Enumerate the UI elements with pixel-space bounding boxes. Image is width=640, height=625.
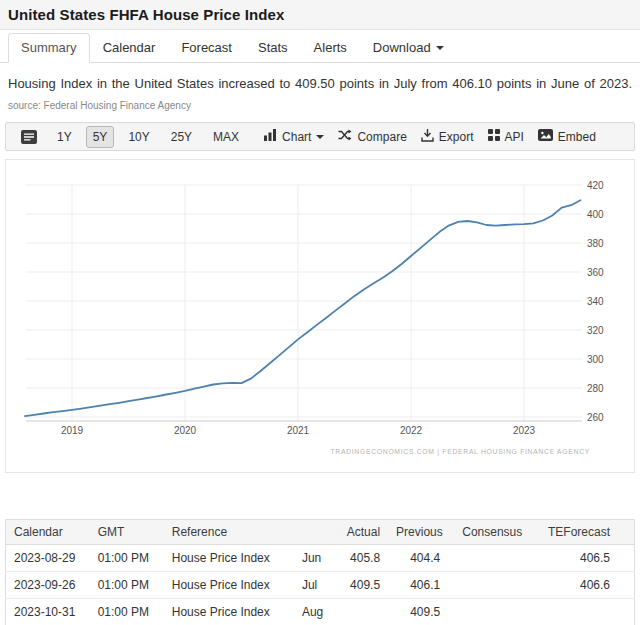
image-icon: [538, 129, 553, 144]
tab-alerts[interactable]: Alerts: [301, 33, 360, 63]
tab-summary[interactable]: Summary: [8, 33, 90, 63]
x-tick-label: 2023: [513, 425, 536, 436]
bar-chart-icon: [264, 129, 277, 144]
cell: [448, 572, 530, 599]
tab-label: Stats: [258, 40, 288, 55]
summary-paragraph: Housing Index in the United States incre…: [8, 73, 632, 115]
x-tick-label: 2019: [61, 425, 84, 436]
news-button[interactable]: [14, 126, 44, 148]
range-5y-button[interactable]: 5Y: [86, 126, 115, 148]
grid-icon: [488, 129, 500, 144]
y-tick-label: 320: [587, 325, 604, 336]
tab-forecast[interactable]: Forecast: [168, 33, 245, 63]
y-tick-label: 280: [587, 383, 604, 394]
cell: Aug: [294, 599, 336, 625]
api-button[interactable]: API: [481, 125, 531, 148]
range-10y-button[interactable]: 10Y: [121, 126, 156, 148]
cell: 01:00 PM: [90, 599, 164, 625]
y-tick-label: 360: [587, 267, 604, 278]
cell: Jul: [294, 572, 336, 599]
cell: 2023-09-26: [6, 572, 90, 599]
y-tick-label: 400: [587, 209, 604, 220]
range-selector: 1Y5Y10Y25YMAX: [50, 126, 253, 148]
cell: 01:00 PM: [90, 572, 164, 599]
cell: 409.5: [336, 572, 388, 599]
cell: [336, 599, 388, 625]
news-icon: [21, 130, 37, 144]
x-tick-label: 2020: [174, 425, 197, 436]
range-max-button[interactable]: MAX: [206, 126, 246, 148]
cell: House Price Index: [164, 599, 294, 625]
tab-label: Alerts: [314, 40, 347, 55]
embed-label: Embed: [558, 130, 596, 144]
tab-label: Calendar: [103, 40, 156, 55]
col-header-gmt[interactable]: GMT: [90, 520, 164, 545]
export-button[interactable]: Export: [414, 125, 481, 149]
y-tick-label: 380: [587, 238, 604, 249]
cell: 405.8: [336, 545, 388, 572]
cell: House Price Index: [164, 572, 294, 599]
caret-down-icon: [316, 135, 324, 139]
col-header-actual[interactable]: Actual: [336, 520, 388, 545]
col-header-teforecast[interactable]: TEForecast: [530, 520, 634, 545]
cell: 406.5: [530, 545, 634, 572]
price-chart[interactable]: 2602803003203403603804004202019202020212…: [5, 159, 635, 473]
x-tick-label: 2022: [400, 425, 423, 436]
range-25y-button[interactable]: 25Y: [164, 126, 199, 148]
tab-label: Summary: [21, 40, 77, 55]
tab-stats[interactable]: Stats: [245, 33, 301, 63]
cell: [448, 545, 530, 572]
table-row[interactable]: 2023-10-3101:00 PMHouse Price IndexAug40…: [6, 599, 635, 625]
price-line: [25, 200, 581, 416]
source-note: source: Federal Housing Finance Agency: [8, 100, 191, 111]
tab-download[interactable]: Download: [360, 33, 457, 63]
caret-down-icon: [436, 46, 444, 50]
col-header-month: [294, 520, 336, 545]
cell: 01:00 PM: [90, 545, 164, 572]
y-tick-label: 300: [587, 354, 604, 365]
calendar-table: CalendarGMTReferenceActualPreviousConsen…: [5, 519, 635, 625]
compare-button[interactable]: Compare: [331, 125, 413, 148]
cell: House Price Index: [164, 545, 294, 572]
title-bar: United States FHFA House Price Index: [0, 0, 640, 30]
cell: 2023-08-29: [6, 545, 90, 572]
cell: Jun: [294, 545, 336, 572]
tab-label: Forecast: [181, 40, 232, 55]
y-tick-label: 420: [587, 180, 604, 191]
table-row[interactable]: 2023-09-2601:00 PMHouse Price IndexJul40…: [6, 572, 635, 599]
summary-text: Housing Index in the United States incre…: [8, 76, 632, 91]
y-tick-label: 260: [587, 412, 604, 423]
tab-calendar[interactable]: Calendar: [90, 33, 169, 63]
col-header-reference[interactable]: Reference: [164, 520, 294, 545]
chart-type-label: Chart: [282, 130, 311, 144]
calendar-section: CalendarGMTReferenceActualPreviousConsen…: [5, 519, 635, 625]
range-1y-button[interactable]: 1Y: [50, 126, 79, 148]
download-icon: [421, 129, 434, 145]
x-tick-label: 2021: [287, 425, 310, 436]
cell: 404.4: [388, 545, 448, 572]
cell: [530, 599, 634, 625]
y-tick-label: 340: [587, 296, 604, 307]
cell: 2023-10-31: [6, 599, 90, 625]
cell: 406.1: [388, 572, 448, 599]
cell: 406.6: [530, 572, 634, 599]
watermark: TRADINGECONOMICS.COM | FEDERAL HOUSING F…: [330, 448, 590, 456]
api-label: API: [505, 130, 524, 144]
embed-button[interactable]: Embed: [531, 125, 603, 148]
tab-bar: SummaryCalendarForecastStatsAlertsDownlo…: [0, 30, 640, 63]
cell: [448, 599, 530, 625]
chart-toolbar: 1Y5Y10Y25YMAX Chart Compare Export API E…: [5, 122, 635, 151]
col-header-calendar[interactable]: Calendar: [6, 520, 90, 545]
shuffle-icon: [338, 129, 352, 144]
col-header-previous[interactable]: Previous: [388, 520, 448, 545]
calendar-header-row: CalendarGMTReferenceActualPreviousConsen…: [6, 520, 635, 545]
cell: 409.5: [388, 599, 448, 625]
page-title: United States FHFA House Price Index: [8, 6, 632, 23]
export-label: Export: [439, 130, 474, 144]
compare-label: Compare: [357, 130, 406, 144]
chart-type-button[interactable]: Chart: [257, 125, 331, 148]
chart-canvas: 2602803003203403603804004202019202020212…: [6, 160, 634, 472]
tab-label: Download: [373, 40, 431, 55]
col-header-consensus[interactable]: Consensus: [448, 520, 530, 545]
table-row[interactable]: 2023-08-2901:00 PMHouse Price IndexJun40…: [6, 545, 635, 572]
